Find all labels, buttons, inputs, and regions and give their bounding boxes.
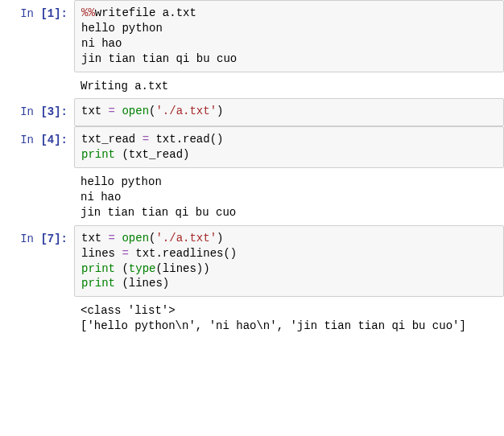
- code-token: (lines): [115, 277, 169, 290]
- code-line: ni hao: [81, 36, 497, 51]
- code-token: txt: [81, 105, 109, 117]
- prompt-label: In: [20, 105, 40, 118]
- code-token: =: [143, 133, 149, 146]
- code-line: txt = open('./a.txt'): [81, 231, 497, 246]
- code-line: print (lines): [81, 276, 497, 291]
- code-token: =: [109, 105, 115, 117]
- code-token: './a.txt': [155, 105, 217, 117]
- input-prompt: In [7]:: [0, 225, 74, 298]
- code-token: print: [81, 277, 115, 290]
- code-token: ): [217, 105, 223, 117]
- code-line: lines = txt.readlines(): [81, 246, 497, 261]
- code-line: jin tian tian qi bu cuo: [81, 51, 497, 67]
- code-token: print: [81, 148, 115, 161]
- code-token: (: [115, 262, 129, 275]
- code-token: open: [122, 232, 149, 245]
- code-line: print (txt_read): [81, 147, 497, 162]
- code-token: (txt_read): [115, 148, 189, 161]
- output-line: ni hao: [81, 190, 494, 205]
- output-line: jin tian tian qi bu cuo: [81, 205, 494, 220]
- code-token: txt_read: [81, 133, 143, 146]
- output-text: Writing a.txt: [74, 72, 504, 99]
- code-line: txt = open('./a.txt'): [81, 104, 497, 119]
- output-prompt: [0, 72, 74, 99]
- code-token: =: [122, 247, 128, 260]
- code-token: txt.read(): [149, 133, 223, 146]
- code-token: txt: [81, 232, 109, 245]
- prompt-number: [1]:: [40, 7, 68, 20]
- code-token: ): [217, 232, 223, 245]
- input-prompt: In [3]:: [0, 98, 74, 126]
- code-line: txt_read = txt.read(): [81, 132, 497, 147]
- code-token: type: [129, 262, 156, 275]
- code-token: print: [81, 262, 115, 275]
- code-input[interactable]: txt = open('./a.txt')lines = txt.readlin…: [74, 225, 504, 298]
- output-prompt: [0, 297, 74, 339]
- input-prompt: In [1]:: [0, 0, 74, 72]
- code-input[interactable]: txt = open('./a.txt'): [74, 98, 504, 126]
- code-token: hello python: [81, 22, 163, 35]
- output-text: <class 'list'>['hello python\n', 'ni hao…: [74, 297, 504, 339]
- code-token: './a.txt': [155, 232, 217, 245]
- output-line: ['hello python\n', 'ni hao\n', 'jin tian…: [81, 319, 494, 334]
- output-text: hello pythonni haojin tian tian qi bu cu…: [74, 168, 504, 225]
- prompt-label: In: [20, 232, 40, 245]
- code-line: print (type(lines)): [81, 261, 497, 277]
- input-prompt: In [4]:: [0, 126, 74, 168]
- prompt-number: [3]:: [40, 105, 68, 118]
- code-token: ni hao: [81, 37, 122, 50]
- cell-output: hello pythonni haojin tian tian qi bu cu…: [0, 168, 504, 225]
- code-token: %%: [81, 6, 95, 19]
- output-line: <class 'list'>: [81, 303, 494, 319]
- code-line: hello python: [81, 21, 497, 36]
- code-token: jin tian tian qi bu cuo: [81, 52, 237, 65]
- cell-input: In [3]:txt = open('./a.txt'): [0, 98, 504, 126]
- code-token: (lines)): [155, 262, 209, 275]
- notebook: In [1]:%%writefile a.txthello pythonni h…: [0, 0, 504, 339]
- prompt-number: [4]:: [40, 134, 68, 146]
- output-prompt: [0, 168, 74, 225]
- cell-output: <class 'list'>['hello python\n', 'ni hao…: [0, 297, 504, 339]
- cell-input: In [7]:txt = open('./a.txt')lines = txt.…: [0, 225, 504, 298]
- code-token: lines: [81, 247, 122, 260]
- cell-input: In [4]:txt_read = txt.read()print (txt_r…: [0, 126, 504, 168]
- prompt-number: [7]:: [40, 232, 68, 245]
- output-line: Writing a.txt: [81, 79, 494, 94]
- code-line: %%writefile a.txt: [81, 6, 497, 21]
- cell-input: In [1]:%%writefile a.txthello pythonni h…: [0, 0, 504, 72]
- output-line: hello python: [81, 175, 494, 190]
- code-token: =: [109, 232, 115, 245]
- cell-output: Writing a.txt: [0, 72, 504, 99]
- code-input[interactable]: txt_read = txt.read()print (txt_read): [74, 126, 504, 168]
- code-input[interactable]: %%writefile a.txthello pythonni haojin t…: [74, 0, 504, 72]
- prompt-label: In: [20, 7, 40, 20]
- code-token: writefile a.txt: [95, 6, 196, 19]
- code-token: txt.readlines(): [129, 247, 237, 260]
- code-token: open: [122, 105, 149, 117]
- prompt-label: In: [20, 134, 40, 146]
